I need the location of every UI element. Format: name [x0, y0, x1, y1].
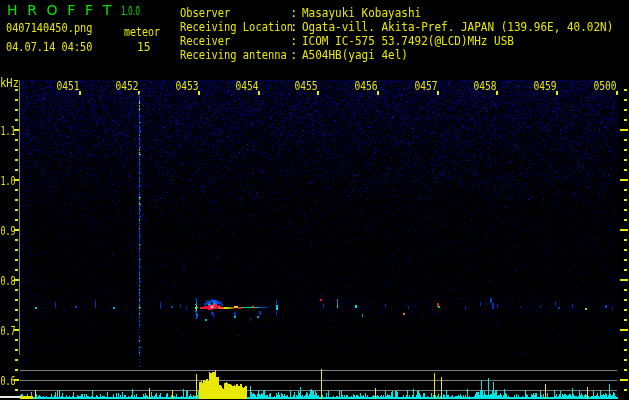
time-label-0454: 0454 — [235, 80, 258, 92]
info-row-receiving-antenna: Receiving antenna:A504HB(yagi 4el) — [180, 47, 629, 61]
freq-label-0.6: 0.6 — [0, 374, 15, 387]
freq-label-0.8: 0.8 — [0, 274, 15, 287]
time-label-0452: 0452 — [115, 80, 138, 92]
freq-label-1.1: 1.1 — [0, 124, 15, 137]
output-filename: 0407140450.png — [6, 22, 92, 35]
info-value: A504HB(yagi 4el) — [302, 47, 408, 62]
info-row-receiving-location: Receiving Location:Ogata-vill. Akita-Pre… — [180, 19, 629, 33]
time-label-0500: 0500 — [593, 80, 616, 92]
app-version: 1.0.0 — [121, 5, 140, 17]
info-separator: : — [290, 47, 298, 62]
time-label-0453: 0453 — [175, 80, 198, 92]
info-value: Ogata-vill. Akita-Pref. JAPAN (139.96E, … — [302, 19, 613, 34]
echo-count: 15 — [137, 41, 151, 54]
info-label: Observer — [180, 5, 230, 20]
freq-label-0.9: 0.9 — [0, 224, 15, 237]
hrofft-output-image: H R O F F T 1.0.0 0407140450.png meteor … — [0, 0, 629, 400]
info-row-observer: Observer:Masayuki Kobayashi — [180, 5, 629, 19]
time-label-0456: 0456 — [354, 80, 377, 92]
observation-mode-label: meteor — [124, 26, 160, 39]
time-label-0459: 0459 — [533, 80, 556, 92]
app-title: H R O F F T — [7, 3, 114, 17]
info-label: Receiver — [180, 33, 230, 48]
info-value: ICOM IC-575 53.7492(@LCD)MHz USB — [302, 33, 514, 48]
time-label-0451: 0451 — [56, 80, 79, 92]
info-row-receiver: Receiver:ICOM IC-575 53.7492(@LCD)MHz US… — [180, 33, 629, 47]
time-label-0457: 0457 — [414, 80, 437, 92]
info-label: Receiving antenna — [180, 47, 287, 62]
frequency-unit-label: kHz — [0, 77, 18, 90]
info-label: Receiving Location — [180, 19, 293, 34]
info-separator: : — [290, 33, 298, 48]
info-separator: : — [290, 19, 298, 34]
time-label-0458: 0458 — [473, 80, 496, 92]
observation-datetime: 04.07.14 04:50 — [6, 41, 92, 54]
time-label-0455: 0455 — [294, 80, 317, 92]
info-value: Masayuki Kobayashi — [302, 5, 421, 20]
freq-label-1.0: 1.0 — [0, 174, 15, 187]
freq-label-0.7: 0.7 — [0, 324, 15, 337]
info-separator: : — [290, 5, 298, 20]
station-info-block: Observer:Masayuki KobayashiReceiving Loc… — [180, 5, 629, 61]
